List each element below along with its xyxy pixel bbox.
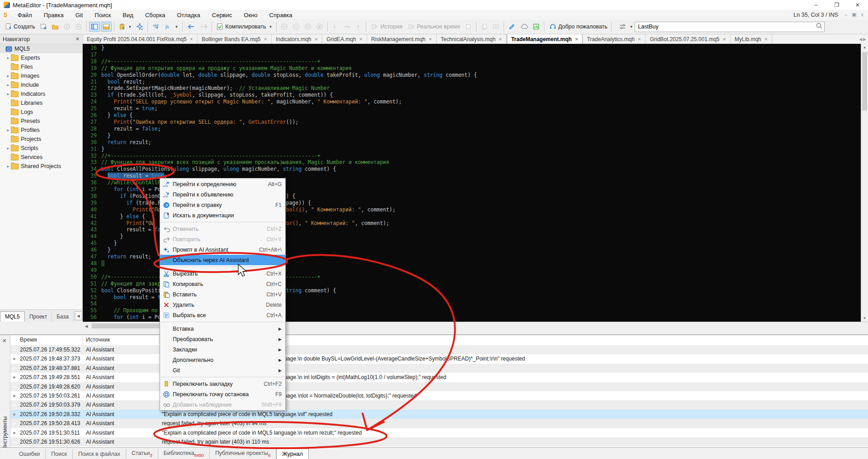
log-row[interactable]: 2025.07.26 19:48:37.373 AI Assistant "Ex… xyxy=(10,354,868,363)
context-item-преобразовать[interactable]: Преобразовать ▶ xyxy=(160,334,285,344)
tab-close-icon[interactable]: ✕ xyxy=(359,37,363,42)
context-item-удалить[interactable]: Удалить Delete xyxy=(160,300,285,310)
context-item-вставить[interactable]: Вставить Ctrl+V xyxy=(160,289,285,300)
navigator-panel-button[interactable] xyxy=(89,22,100,32)
tree-item-libraries[interactable]: ·Libraries xyxy=(0,98,82,108)
context-item-выбрать-все[interactable]: Выбрать все Ctrl+A xyxy=(160,310,285,320)
open-folder-button[interactable] xyxy=(50,22,61,32)
context-item-промпт-в-ai-assistant[interactable]: Промпт в AI Assistant Ctrl+Alt+\ xyxy=(160,244,285,255)
bottom-tab-статьи[interactable]: Статьи3 xyxy=(126,448,158,459)
log-row[interactable]: 2025.07.26 19:49:28.620 AI Assistant xyxy=(10,382,868,391)
menu-справка[interactable]: Справка xyxy=(264,11,298,19)
column-time[interactable]: Время xyxy=(20,337,37,343)
expand-chevron-icon[interactable]: ▸ xyxy=(5,128,11,132)
tree-item-experts[interactable]: ▸Experts xyxy=(0,53,82,62)
search-filter-button[interactable]: ▼ xyxy=(617,22,635,32)
tree-root-mql5[interactable]: {}MQL5 xyxy=(0,44,82,53)
scroll-left-icon[interactable]: ◀ xyxy=(83,324,90,328)
menu-отладка[interactable]: Отладка xyxy=(171,11,206,19)
headset-button[interactable]: Добро пожаловать xyxy=(547,22,609,32)
tree-item-services[interactable]: ·Services xyxy=(0,153,82,162)
tree-item-scripts[interactable]: ▸Scripts xyxy=(0,144,82,153)
editor-tab-GridEA.mqh[interactable]: GridEA.mqh✕ xyxy=(322,34,367,44)
expand-chevron-icon[interactable]: ▸ xyxy=(5,164,11,169)
scrollbar-thumb[interactable] xyxy=(862,52,867,111)
nav-tabs-scroll-left[interactable]: ◀ xyxy=(75,311,82,320)
new-window-button[interactable] xyxy=(38,22,49,32)
navigator-tab-mql5[interactable]: MQL5 xyxy=(0,311,25,322)
editor-vertical-scrollbar[interactable]: ▲ ▼ xyxy=(861,44,868,322)
log-row[interactable]: 2025.07.26 19:50:03.379 AI Assistant xyxy=(10,400,868,409)
tree-item-images[interactable]: ▸Images xyxy=(0,71,82,80)
menu-поиск[interactable]: Поиск xyxy=(89,11,117,19)
log-row[interactable]: 2025.07.26 19:48:37.881 AI Assistant xyxy=(10,364,868,373)
context-item-дополнительно[interactable]: Дополнительно ▶ xyxy=(160,355,285,365)
tree-item-projects[interactable]: ·Projects xyxy=(0,135,82,144)
context-item-вставка[interactable]: Вставка ▶ xyxy=(160,323,285,334)
menu-сборка[interactable]: Сборка xyxy=(139,11,171,19)
context-item-переключить-точку-останова[interactable]: Переключить точку останова F9 xyxy=(160,389,285,399)
bottom-tab-ошибки[interactable]: Ошибки xyxy=(14,449,46,459)
context-item-перейти-в-справку[interactable]: ? Перейти в справку F1 xyxy=(160,200,285,210)
editor-tab-Indicators.mqh[interactable]: Indicators.mqh✕ xyxy=(272,34,322,44)
bottom-tab-журнал[interactable]: Журнал xyxy=(276,449,309,459)
tab-close-icon[interactable]: ✕ xyxy=(723,37,726,42)
log-row[interactable]: 2025.07.26 19:50:28.413 AI Assistant req… xyxy=(10,419,868,428)
metrics-button[interactable] xyxy=(531,22,542,32)
editor-tab-Equity-Profit-2025.04.04.001-FixRisk.mq5[interactable]: Equity Profit 2025.04.04.001 FixRisk.mq5… xyxy=(83,34,198,44)
search-input[interactable] xyxy=(635,22,825,32)
tabs-scroll-right-icon[interactable]: ▶ xyxy=(863,37,866,42)
log-row[interactable]: 2025.07.26 19:49:28.551 AI Assistant "Ex… xyxy=(10,373,868,382)
tree-item-profiles[interactable]: ▸Profiles xyxy=(0,126,82,135)
mdi-close-icon[interactable]: x xyxy=(861,12,864,18)
pen-button[interactable] xyxy=(506,22,517,32)
column-source[interactable]: Источник xyxy=(86,337,110,343)
tab-close-icon[interactable]: ✕ xyxy=(638,37,642,42)
minimize-button[interactable]: – xyxy=(806,0,826,10)
log-row[interactable]: 2025.07.26 19:50:03.261 AI Assistant "Ex… xyxy=(10,391,868,400)
mdi-minimize-icon[interactable]: – xyxy=(844,12,847,18)
context-item-вырезать[interactable]: Вырезать Ctrl+X xyxy=(160,268,285,279)
navigator-tab-база[interactable]: База xyxy=(52,312,74,322)
expand-chevron-icon[interactable]: ▸ xyxy=(5,56,11,60)
var-button[interactable]: VAR xyxy=(150,22,162,32)
navigator-tab-проект[interactable]: Проект xyxy=(25,312,52,322)
expand-chevron-icon[interactable]: ▸ xyxy=(5,74,11,78)
cloud-button[interactable] xyxy=(518,22,530,32)
tree-item-indicators[interactable]: ▸Indicators xyxy=(0,89,82,98)
tree-item-presets[interactable]: ·Presets xyxy=(0,117,82,126)
scroll-down-icon[interactable]: ▼ xyxy=(861,315,868,322)
editor-tab-GridBot.2025.07.25.001.mq5[interactable]: GridBot.2025.07.25.001.mq5✕ xyxy=(646,34,731,44)
tab-close-icon[interactable]: ✕ xyxy=(575,37,579,42)
mdi-restore-icon[interactable]: ▣ xyxy=(852,12,856,18)
context-item-искать-в-документации[interactable]: Искать в документации xyxy=(160,210,285,220)
navigator-close-icon[interactable]: ✕ xyxy=(75,36,80,42)
menu-git[interactable]: Git xyxy=(70,11,89,19)
context-item-перейти-к-определению[interactable]: VAR Перейти к определению Alt+G xyxy=(160,179,285,189)
expand-chevron-icon[interactable]: ▸ xyxy=(5,83,11,87)
context-item-объяснить-через-ai-assistant[interactable]: Объяснить через AI Assistant xyxy=(160,255,285,265)
tree-item-include[interactable]: ▸Include xyxy=(0,80,82,89)
editor-tab-TradeAnalytics.mqh[interactable]: TradeAnalytics.mqh✕ xyxy=(583,34,646,44)
bottom-tab-библиотека[interactable]: Библиотека8450 xyxy=(158,448,210,459)
context-item-копировать[interactable]: Копировать Ctrl+C xyxy=(160,279,285,289)
menu-сервис[interactable]: Сервис xyxy=(206,11,238,19)
menu-вид[interactable]: Вид xyxy=(117,11,139,19)
toolbox-panel-button[interactable] xyxy=(101,22,112,32)
compile-button[interactable]: Компилировать▼ xyxy=(214,22,274,32)
tab-close-icon[interactable]: ✕ xyxy=(190,37,193,42)
back-arrow-button[interactable] xyxy=(185,22,197,32)
ai-sparkle-button[interactable] xyxy=(134,22,145,32)
menu-окно[interactable]: Окно xyxy=(238,11,263,19)
tree-item-shared-projects[interactable]: ▸Shared Projects xyxy=(0,162,82,171)
tab-close-icon[interactable]: ✕ xyxy=(315,37,318,42)
scroll-up-icon[interactable]: ▲ xyxy=(861,44,868,51)
magnifier-icon[interactable] xyxy=(816,22,823,31)
context-item-перейти-к-объявлению[interactable]: VAR Перейти к объявлению xyxy=(160,189,285,200)
tab-close-icon[interactable]: ✕ xyxy=(764,37,768,42)
tab-close-icon[interactable]: ✕ xyxy=(264,37,267,42)
tab-close-icon[interactable]: ✕ xyxy=(499,37,502,42)
fx-button[interactable]: fx▼ xyxy=(163,22,180,32)
menu-файл[interactable]: Файл xyxy=(12,11,38,19)
log-row[interactable]: 2025.07.26 19:51:30.511 AI Assistant "Ex… xyxy=(10,428,868,437)
